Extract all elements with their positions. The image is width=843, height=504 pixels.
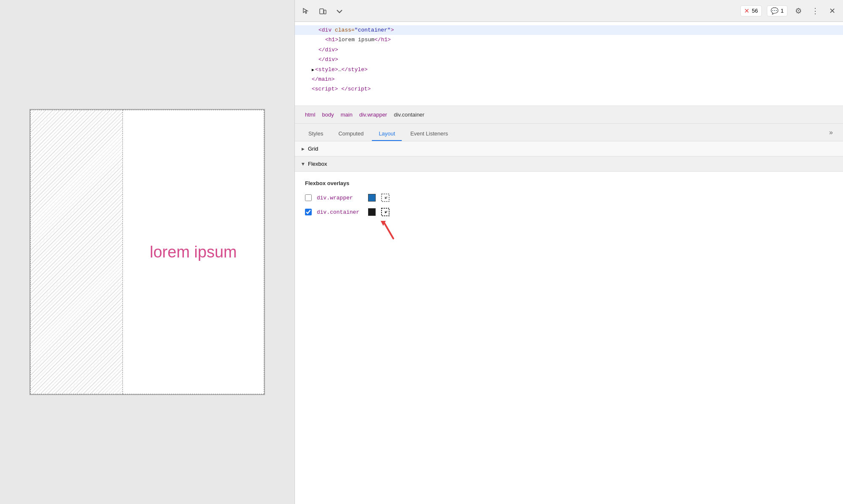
svg-rect-1 bbox=[324, 10, 326, 14]
source-line-style[interactable]: ▶<style>…</style> bbox=[295, 65, 843, 74]
container-overlay-icon[interactable] bbox=[381, 207, 390, 217]
message-icon: 💬 bbox=[771, 7, 779, 15]
devtools-panel: ✕ 56 💬 1 ⚙ ⋮ ✕ <div class="container"> <… bbox=[294, 0, 843, 504]
breadcrumb-bar: html body main div.wrapper div.container bbox=[295, 106, 843, 124]
tabs-bar: Styles Computed Layout Event Listeners » bbox=[295, 124, 843, 141]
container-label: div.container bbox=[317, 209, 363, 215]
devtools-toolbar: ✕ 56 💬 1 ⚙ ⋮ ✕ bbox=[295, 0, 843, 22]
grid-section-header[interactable]: ▶ Grid bbox=[295, 141, 843, 157]
source-tag: <div bbox=[318, 27, 335, 33]
source-value: "container" bbox=[355, 27, 391, 33]
source-line-div-close[interactable]: </div> bbox=[295, 45, 843, 55]
wrapper-checkbox[interactable] bbox=[305, 194, 312, 201]
grid-label: Grid bbox=[308, 146, 318, 152]
breadcrumb-body[interactable]: body bbox=[319, 110, 337, 119]
more-tabs-button[interactable] bbox=[334, 5, 345, 17]
container-color-swatch[interactable] bbox=[368, 208, 376, 216]
tabs-more-button[interactable]: » bbox=[826, 125, 836, 140]
flexbox-section: Flexbox overlays div.wrapper div.contain… bbox=[295, 172, 843, 230]
tab-styles[interactable]: Styles bbox=[302, 127, 330, 141]
layout-content: ▶ Grid ▶ Flexbox Flexbox overlays div.wr… bbox=[295, 141, 843, 504]
inspect-element-button[interactable] bbox=[300, 5, 312, 17]
container-overlay-icon-wrapper bbox=[381, 207, 390, 217]
breadcrumb-container[interactable]: div.container bbox=[390, 110, 428, 119]
settings-button[interactable]: ⚙ bbox=[793, 5, 804, 17]
page-frame: lorem ipsum bbox=[29, 109, 265, 395]
source-line-h1[interactable]: <h1>lorem ipsum</h1> bbox=[295, 35, 843, 45]
flexbox-triangle-icon: ▶ bbox=[301, 162, 305, 165]
wrapper-color-swatch[interactable] bbox=[368, 194, 376, 202]
tab-layout[interactable]: Layout bbox=[372, 127, 402, 141]
grid-triangle-icon: ▶ bbox=[302, 147, 305, 151]
tab-computed[interactable]: Computed bbox=[331, 127, 370, 141]
message-count: 1 bbox=[781, 8, 784, 14]
flexbox-row-wrapper: div.wrapper bbox=[305, 193, 833, 202]
flexbox-section-header[interactable]: ▶ Flexbox bbox=[295, 157, 843, 172]
svg-rect-0 bbox=[320, 9, 323, 14]
error-icon: ✕ bbox=[744, 7, 750, 15]
source-attr: class= bbox=[335, 27, 355, 33]
browser-viewport: lorem ipsum bbox=[0, 0, 294, 504]
triangle-icon: ▶ bbox=[312, 66, 314, 74]
more-options-button[interactable]: ⋮ bbox=[809, 5, 821, 17]
breadcrumb-wrapper[interactable]: div.wrapper bbox=[356, 110, 390, 119]
content-column: lorem ipsum bbox=[123, 110, 264, 394]
svg-marker-5 bbox=[381, 221, 386, 226]
close-devtools-button[interactable]: ✕ bbox=[826, 5, 838, 17]
breadcrumb-main[interactable]: main bbox=[337, 110, 356, 119]
error-badge[interactable]: ✕ 56 bbox=[740, 5, 761, 16]
flexbox-overlays-title: Flexbox overlays bbox=[305, 180, 833, 186]
flexbox-row-container: div.container bbox=[305, 207, 833, 217]
source-line-main-close[interactable]: </main> bbox=[295, 74, 843, 84]
wrapper-overlay-icon[interactable] bbox=[381, 193, 390, 202]
tab-event-listeners[interactable]: Event Listeners bbox=[403, 127, 455, 141]
container-checkbox[interactable] bbox=[305, 209, 312, 215]
wrapper-label: div.wrapper bbox=[317, 195, 363, 201]
message-badge[interactable]: 💬 1 bbox=[767, 5, 787, 16]
source-line-script[interactable]: <script> </script> bbox=[295, 84, 843, 94]
lorem-ipsum-text: lorem ipsum bbox=[150, 243, 237, 261]
device-toolbar-button[interactable] bbox=[317, 5, 329, 17]
svg-line-4 bbox=[384, 223, 393, 239]
source-line-container-open[interactable]: <div class="container"> bbox=[295, 25, 843, 35]
red-arrow-annotation bbox=[376, 218, 402, 241]
hatched-column bbox=[30, 110, 123, 394]
html-source-panel: <div class="container"> <h1>lorem ipsum<… bbox=[295, 22, 843, 106]
error-count: 56 bbox=[752, 8, 758, 14]
source-line-div-close-2[interactable]: </div> bbox=[295, 55, 843, 64]
flexbox-label: Flexbox bbox=[308, 161, 327, 167]
breadcrumb-html[interactable]: html bbox=[302, 110, 319, 119]
